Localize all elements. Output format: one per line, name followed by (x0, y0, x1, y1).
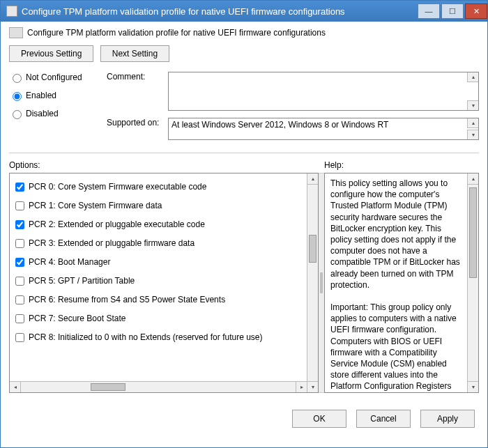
option-label-pcr6: PCR 6: Resume from S4 and S5 Power State… (29, 295, 225, 305)
ok-button[interactable]: OK (292, 410, 346, 428)
options-vscrollbar[interactable]: ▴ ▾ (307, 173, 318, 392)
comment-scroll-up[interactable]: ▴ (467, 72, 478, 82)
radio-disabled-label: Disabled (26, 109, 59, 118)
option-label-pcr8: PCR 8: Initialized to 0 with no Extends … (29, 332, 263, 343)
app-icon (6, 6, 17, 17)
vscroll-thumb[interactable] (309, 235, 317, 263)
option-checkbox-pcr0[interactable] (15, 183, 24, 192)
supported-label: Supported on: (107, 118, 168, 140)
option-row-pcr5[interactable]: PCR 5: GPT / Partition Table (13, 272, 304, 291)
minimize-button[interactable]: — (418, 3, 440, 19)
option-row-pcr1[interactable]: PCR 1: Core System Firmware data (13, 196, 304, 215)
option-checkbox-pcr6[interactable] (15, 295, 24, 304)
options-hscrollbar[interactable]: ◂ ▸ (10, 381, 307, 392)
option-label-pcr4: PCR 4: Boot Manager (29, 257, 110, 268)
option-checkbox-pcr1[interactable] (15, 201, 24, 210)
radio-enabled-label: Enabled (26, 91, 56, 100)
option-checkbox-pcr4[interactable] (15, 258, 24, 267)
help-vscroll-down[interactable]: ▾ (468, 381, 478, 392)
hscroll-track[interactable] (21, 382, 296, 392)
option-checkbox-pcr3[interactable] (15, 239, 24, 248)
option-row-pcr2[interactable]: PCR 2: Extended or pluggable executable … (13, 215, 304, 234)
subtitle-row: Configure TPM platform validation profil… (9, 27, 479, 38)
supported-textarea: At least Windows Server 2012, Windows 8 … (168, 118, 479, 140)
option-row-pcr4[interactable]: PCR 4: Boot Manager (13, 253, 304, 272)
radio-disabled[interactable]: Disabled (9, 108, 107, 119)
subtitle-text: Configure TPM platform validation profil… (27, 28, 326, 38)
previous-setting-button[interactable]: Previous Setting (9, 45, 93, 62)
radio-not-configured[interactable]: Not Configured (9, 72, 107, 83)
help-label: Help: (324, 160, 344, 170)
option-label-pcr5: PCR 5: GPT / Partition Table (29, 276, 135, 286)
policy-icon (9, 27, 23, 38)
option-label-pcr7: PCR 7: Secure Boot State (29, 314, 125, 324)
window-title: Configure TPM platform validation profil… (22, 6, 418, 17)
vscroll-track[interactable] (307, 185, 318, 381)
supported-scroll-down[interactable]: ▾ (467, 130, 478, 139)
option-label-pcr3: PCR 3: Extended or pluggable firmware da… (29, 238, 195, 249)
option-checkbox-pcr2[interactable] (15, 220, 24, 229)
help-panel: This policy setting allows you to config… (324, 173, 479, 393)
hscroll-left[interactable]: ◂ (10, 382, 21, 392)
options-label: Options: (9, 160, 324, 170)
radio-not-configured-input[interactable] (13, 74, 22, 83)
divider (9, 153, 479, 153)
supported-value: At least Windows Server 2012, Windows 8 … (171, 120, 388, 130)
option-checkbox-pcr7[interactable] (15, 314, 24, 323)
options-panel: PCR 0: Core System Firmware executable c… (9, 173, 319, 393)
option-label-pcr0: PCR 0: Core System Firmware executable c… (29, 182, 206, 192)
hscroll-right[interactable]: ▸ (296, 382, 307, 392)
comment-scroll-down[interactable]: ▾ (467, 100, 478, 110)
comment-label: Comment: (107, 72, 168, 111)
radio-enabled[interactable]: Enabled (9, 90, 107, 101)
supported-scroll-up[interactable]: ▴ (467, 118, 478, 128)
splitter[interactable] (319, 173, 324, 393)
vscroll-down[interactable]: ▾ (307, 381, 318, 392)
title-bar: Configure TPM platform validation profil… (1, 1, 487, 22)
help-vscroll-up[interactable]: ▴ (468, 173, 478, 185)
vscroll-up[interactable]: ▴ (307, 173, 318, 185)
close-button[interactable]: ✕ (465, 3, 487, 19)
radio-disabled-input[interactable] (13, 110, 22, 119)
footer: OK Cancel Apply (1, 401, 487, 436)
next-setting-button[interactable]: Next Setting (100, 45, 169, 62)
apply-button[interactable]: Apply (420, 410, 475, 428)
cancel-button[interactable]: Cancel (356, 410, 411, 428)
radio-enabled-input[interactable] (13, 92, 22, 101)
option-label-pcr2: PCR 2: Extended or pluggable executable … (29, 219, 205, 230)
option-row-pcr8[interactable]: PCR 8: Initialized to 0 with no Extends … (13, 328, 304, 347)
option-checkbox-pcr8[interactable] (15, 333, 24, 342)
option-row-pcr0[interactable]: PCR 0: Core System Firmware executable c… (13, 178, 304, 196)
option-checkbox-pcr5[interactable] (15, 277, 24, 286)
option-row-pcr7[interactable]: PCR 7: Secure Boot State (13, 309, 304, 328)
hscroll-thumb[interactable] (91, 383, 125, 391)
help-vscroll-thumb[interactable] (469, 187, 477, 278)
option-row-pcr6[interactable]: PCR 6: Resume from S4 and S5 Power State… (13, 291, 304, 309)
maximize-button[interactable]: ☐ (441, 3, 464, 19)
radio-not-configured-label: Not Configured (26, 72, 82, 82)
comment-textarea[interactable]: ▴ ▾ (168, 72, 479, 111)
help-vscroll-track[interactable] (468, 185, 478, 381)
help-text[interactable]: This policy setting allows you to config… (325, 173, 467, 392)
option-label-pcr1: PCR 1: Core System Firmware data (29, 201, 162, 211)
help-vscrollbar[interactable]: ▴ ▾ (467, 173, 478, 392)
option-row-pcr3[interactable]: PCR 3: Extended or pluggable firmware da… (13, 234, 304, 253)
